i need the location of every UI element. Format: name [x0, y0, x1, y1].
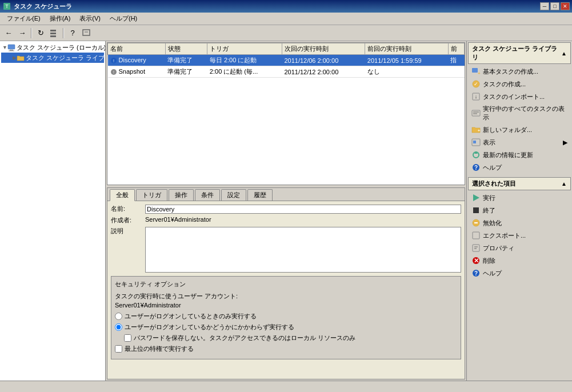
menu-view[interactable]: 表示(V) [75, 13, 105, 24]
menu-file[interactable]: ファイル(E) [2, 13, 45, 24]
task-scroll[interactable]: 名前 状態 トリガ 次回の実行時刻 前回の実行時刻 前 ! Discovery … [107, 43, 465, 185]
action-run[interactable]: 実行 [468, 191, 571, 204]
svg-rect-14 [472, 68, 478, 73]
app-icon: T [2, 2, 11, 11]
col-last-run[interactable]: 前回の実行時刻 [365, 43, 448, 55]
radio-always-run[interactable] [115, 323, 122, 331]
export-icon [471, 231, 481, 240]
task-cell-name: ! Discovery [108, 55, 166, 66]
task-cell-next-run: 2011/12/06 2:00:00 [282, 55, 365, 66]
checkbox-no-password[interactable] [124, 334, 131, 342]
task-row[interactable]: ! Snapshot 準備完了 2:00 に起動 (毎... 2011/12/1… [108, 66, 465, 78]
tab-settings[interactable]: 設定 [221, 189, 246, 201]
tree-toggle[interactable]: ▼ [2, 43, 7, 52]
action-view[interactable]: 表示 ▶ [468, 136, 571, 149]
view-button[interactable] [48, 27, 61, 39]
action-disable[interactable]: 無効化 [468, 217, 571, 229]
selected-header-label: 選択された項目 [472, 179, 516, 188]
action-help-library[interactable]: ? ヘルプ [468, 161, 571, 174]
author-label: 作成者: [111, 216, 145, 225]
tab-condition[interactable]: 条件 [195, 189, 220, 201]
refresh-button[interactable]: ↻ [34, 27, 47, 39]
action-refresh[interactable]: 最新の情報に更新 [468, 149, 571, 161]
svg-rect-5 [83, 30, 90, 35]
tree-scheduler-label: タスク スケジューラ (ローカル) [17, 43, 105, 52]
library-collapse-icon[interactable]: ▲ [561, 50, 567, 57]
radio-logon-only[interactable] [115, 313, 122, 320]
svg-text:!: ! [113, 59, 114, 63]
action-delete[interactable]: ✕ 削除 [468, 254, 571, 267]
close-button[interactable]: ✕ [561, 2, 570, 10]
col-next-run[interactable]: 次回の実行時刻 [282, 43, 365, 55]
action-new-folder[interactable]: + 新しいフォルダ... [468, 123, 571, 136]
task-cell-status: 準備完了 [165, 66, 207, 78]
tab-general[interactable]: 全般 [110, 189, 135, 201]
import-label: タスクのインポート... [483, 93, 545, 101]
author-value: Server01¥Administrator [145, 216, 461, 223]
running-tasks-label: 実行中のすべてのタスクの表示 [483, 105, 567, 122]
tree-item-library[interactable]: ▶ タスク スケジューラ ライブラリ [1, 53, 104, 63]
maximize-button[interactable]: □ [550, 2, 559, 10]
minimize-button[interactable]: ─ [540, 2, 549, 10]
svg-rect-34 [473, 232, 479, 239]
disable-icon [471, 218, 481, 227]
svg-text:+: + [478, 129, 480, 133]
task-row[interactable]: ! Discovery 準備完了 毎日 2:00 に起動 2011/12/06 … [108, 55, 465, 66]
export-toolbar-button[interactable] [80, 27, 93, 39]
col-trigger[interactable]: トリガ [207, 43, 282, 55]
svg-text:↓: ↓ [475, 94, 478, 99]
action-create-basic[interactable]: + 基本タスクの作成... [468, 65, 571, 78]
svg-text:!: ! [113, 70, 114, 74]
new-folder-label: 新しいフォルダ... [483, 126, 532, 134]
action-export[interactable]: エクスポート... [468, 229, 571, 242]
col-result[interactable]: 前 [448, 43, 464, 55]
props-label: プロパティ [483, 244, 514, 253]
props-icon [471, 243, 481, 253]
running-tasks-icon [471, 109, 481, 118]
svg-marker-30 [473, 194, 479, 201]
svg-text:+: + [478, 71, 481, 76]
tree-item-scheduler[interactable]: ▼ タスク スケジューラ (ローカル) [1, 42, 104, 53]
menu-help[interactable]: ヘルプ(H) [105, 13, 142, 24]
highest-priv-row: 最上位の特権で実行する [115, 345, 457, 353]
action-props[interactable]: プロパティ [468, 242, 571, 254]
title-bar: T タスク スケジューラ ─ □ ✕ [0, 0, 572, 13]
col-status[interactable]: 状態 [165, 43, 207, 55]
back-button[interactable]: ← [2, 27, 15, 39]
toolbar-separator2 [63, 28, 64, 38]
left-panel: ▼ タスク スケジューラ (ローカル) ▶ タスク スケジューラ ライブラリ [0, 41, 106, 381]
checkbox-highest-priv[interactable] [115, 345, 122, 353]
desc-textarea[interactable] [145, 227, 461, 273]
action-stop[interactable]: 終了 [468, 204, 571, 217]
action-help-selected[interactable]: ? ヘルプ [468, 267, 571, 279]
library-header-label: タスク スケジューラ ライブラリ [472, 45, 561, 62]
tab-history[interactable]: 履歴 [247, 189, 273, 201]
svg-rect-2 [50, 30, 56, 31]
selected-collapse-icon[interactable]: ▲ [561, 181, 567, 187]
name-input[interactable] [145, 205, 461, 214]
svg-rect-4 [50, 35, 56, 37]
run-icon [471, 193, 481, 202]
menu-bar: ファイル(E) 操作(A) 表示(V) ヘルプ(H) [0, 13, 572, 25]
tab-trigger[interactable]: トリガ [136, 189, 167, 201]
security-user-label: タスクの実行時に使うユーザー アカウント: [115, 292, 457, 301]
selected-section-header[interactable]: 選択された項目 ▲ [468, 177, 571, 190]
menu-action[interactable]: 操作(A) [45, 13, 75, 24]
task-table: 名前 状態 トリガ 次回の実行時刻 前回の実行時刻 前 ! Discovery … [107, 43, 465, 78]
tab-action[interactable]: 操作 [169, 189, 194, 201]
action-import[interactable]: ↓ タスクのインポート... [468, 90, 571, 103]
disable-label: 無効化 [483, 219, 502, 227]
refresh-label: 最新の情報に更新 [483, 151, 533, 159]
tree-view: ▼ タスク スケジューラ (ローカル) ▶ タスク スケジューラ ライブラリ [0, 41, 105, 381]
svg-rect-7 [8, 45, 15, 49]
task-cell-trigger: 毎日 2:00 に起動 [207, 55, 282, 66]
action-create-task[interactable]: ✓ タスクの作成... [468, 78, 571, 90]
help-toolbar-button[interactable]: ? [66, 27, 79, 39]
task-cell-name: ! Snapshot [108, 66, 166, 78]
col-name[interactable]: 名前 [108, 43, 166, 55]
tree-library-toggle[interactable]: ▶ [13, 53, 17, 62]
action-running-tasks[interactable]: 実行中のすべてのタスクの表示 [468, 103, 571, 123]
svg-text:T: T [5, 3, 9, 9]
forward-button[interactable]: → [16, 27, 29, 39]
library-section-header[interactable]: タスク スケジューラ ライブラリ ▲ [468, 42, 571, 64]
